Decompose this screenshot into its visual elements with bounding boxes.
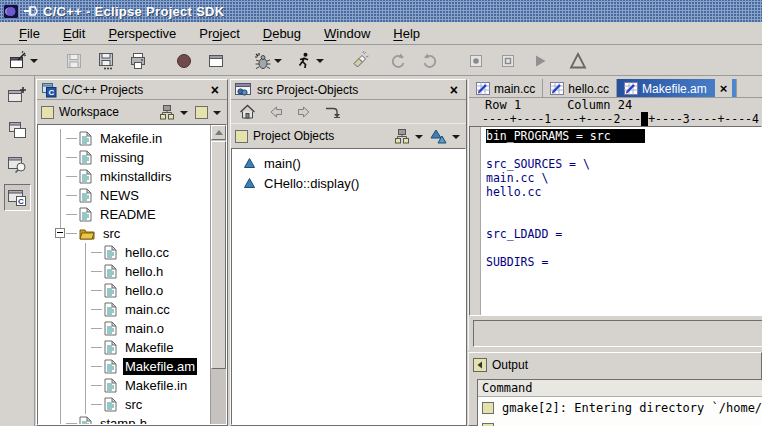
projects-close-icon[interactable]: × xyxy=(207,83,223,97)
tree-row[interactable]: hello.h xyxy=(38,262,210,281)
code-line[interactable] xyxy=(486,241,761,255)
output-panel-titlebar[interactable]: Output xyxy=(469,353,761,377)
command-column-header[interactable]: Command xyxy=(478,380,762,397)
tree-row[interactable]: hello.o xyxy=(38,281,210,300)
resume-button[interactable] xyxy=(528,49,552,73)
output-row[interactable]: gmake[2]: Entering directory `/home/ey xyxy=(478,397,762,418)
object-row[interactable]: main() xyxy=(232,153,465,173)
objects-panel-titlebar[interactable]: src Project-Objects × xyxy=(231,80,466,100)
refresh-button[interactable] xyxy=(386,49,410,73)
code-line[interactable]: SUBDIRS = xyxy=(486,255,761,269)
menu-item[interactable]: Help xyxy=(386,24,427,43)
tree-item-label: NEWS xyxy=(98,187,141,204)
objects-close-icon[interactable]: × xyxy=(446,83,462,97)
code-line[interactable] xyxy=(486,213,761,227)
tree-row[interactable]: mkinstalldirs xyxy=(38,167,210,186)
console-button[interactable] xyxy=(204,49,228,73)
tree-row[interactable]: src xyxy=(38,224,210,243)
code-line[interactable] xyxy=(486,199,761,213)
editor-tab[interactable]: Makefile.am × xyxy=(617,79,737,97)
run-dropdown-icon[interactable] xyxy=(316,59,324,67)
tree-row[interactable]: main.o xyxy=(38,319,210,338)
code-line[interactable]: src_LDADD = xyxy=(486,227,761,241)
menu-item[interactable]: File xyxy=(12,24,47,43)
project-tree[interactable]: Makefile.in missing mkinstalldirs NEWS R… xyxy=(38,125,210,424)
tree-row[interactable]: Makefile xyxy=(38,338,210,357)
scroll-thumb[interactable] xyxy=(211,141,226,369)
terminate-button[interactable] xyxy=(496,49,520,73)
menu-item[interactable]: Debug xyxy=(256,24,308,43)
code-line[interactable]: src_SOURCES = \ xyxy=(486,157,761,171)
tree-row[interactable]: missing xyxy=(38,148,210,167)
new-wizard-button[interactable] xyxy=(6,49,30,73)
save-as-button[interactable] xyxy=(94,49,118,73)
scroll-up-icon[interactable] xyxy=(211,125,226,140)
run-button[interactable] xyxy=(292,49,316,73)
tree-row[interactable]: hello.cc xyxy=(38,243,210,262)
forward-icon[interactable] xyxy=(296,105,312,119)
projects-panel-title: C/C++ Projects xyxy=(62,83,202,97)
pin-icon[interactable] xyxy=(24,5,38,17)
tree-row[interactable]: Makefile.in xyxy=(38,129,210,148)
tree-row[interactable]: Makefile.in xyxy=(38,376,210,395)
editor-content[interactable]: bin_PROGRAMS = srcsrc_SOURCES = \main.cc… xyxy=(482,129,761,315)
menu-item[interactable]: Perspective xyxy=(101,24,183,43)
tab-close-icon[interactable]: × xyxy=(715,79,733,97)
new-wizard-dropdown-icon[interactable] xyxy=(30,59,38,67)
output-panel: Output Command gmake[2]: Entering direct… xyxy=(468,352,762,426)
objects-layout-dropdown-icon[interactable] xyxy=(415,135,423,143)
app-icon[interactable] xyxy=(3,4,19,19)
folder-open-icon xyxy=(79,227,95,240)
menu-item[interactable]: Window xyxy=(317,24,377,43)
open-perspective-button[interactable] xyxy=(4,82,31,109)
menu-item[interactable]: Project xyxy=(192,24,246,43)
objects-layout-icon[interactable] xyxy=(394,129,410,144)
code-line[interactable]: hello.cc xyxy=(486,185,761,199)
sync-button[interactable] xyxy=(418,49,442,73)
objects-sort-dropdown-icon[interactable] xyxy=(452,135,460,143)
menu-item[interactable]: Edit xyxy=(56,24,92,43)
editor-tab[interactable]: hello.cc xyxy=(543,79,617,97)
tree-row[interactable]: README xyxy=(38,205,210,224)
home-icon[interactable] xyxy=(239,104,256,119)
tree-expander-icon[interactable] xyxy=(55,228,65,238)
object-row[interactable]: CHello::display() xyxy=(232,173,465,193)
tree-row[interactable]: src xyxy=(38,395,210,414)
filter-icon[interactable] xyxy=(195,106,208,119)
project-objects-icon xyxy=(235,82,252,97)
debug-button[interactable] xyxy=(250,49,274,73)
print-button[interactable] xyxy=(126,49,150,73)
record-button[interactable] xyxy=(172,49,196,73)
code-line[interactable]: bin_PROGRAMS = src xyxy=(486,129,761,143)
editor-tab[interactable]: main.cc xyxy=(469,79,543,97)
output-row[interactable] xyxy=(478,418,762,426)
code-line[interactable]: main.cc \ xyxy=(486,171,761,185)
resource-perspective-button[interactable] xyxy=(4,116,31,143)
tree-row[interactable]: stamp-h xyxy=(38,414,210,424)
tree-item-label: missing xyxy=(98,149,146,166)
tree-scrollbar[interactable] xyxy=(210,125,226,424)
search-perspective-button[interactable] xyxy=(4,150,31,177)
code-line[interactable] xyxy=(486,143,761,157)
back-icon[interactable] xyxy=(268,105,284,119)
tree-row[interactable]: Makefile.am xyxy=(38,357,210,376)
objects-sort-icon[interactable] xyxy=(430,129,447,144)
save-button[interactable] xyxy=(62,49,86,73)
stop-button[interactable] xyxy=(464,49,488,73)
tree-row[interactable]: main.cc xyxy=(38,300,210,319)
tree-item-label: src xyxy=(101,225,122,242)
filter-dropdown-icon[interactable] xyxy=(213,111,221,119)
layout-dropdown-icon[interactable] xyxy=(180,111,188,119)
tree-row[interactable]: NEWS xyxy=(38,186,210,205)
objects-list[interactable]: main() CHello::display() xyxy=(231,148,466,425)
file-icon xyxy=(104,359,117,374)
delta-button[interactable] xyxy=(566,49,590,73)
go-into-icon[interactable] xyxy=(324,105,341,119)
layout-hierarchy-icon[interactable] xyxy=(159,105,175,120)
editor-body[interactable]: bin_PROGRAMS = srcsrc_SOURCES = \main.cc… xyxy=(469,126,762,316)
search-button[interactable] xyxy=(348,49,372,73)
window-titlebar[interactable]: C/C++ - Eclipse Project SDK xyxy=(0,0,762,22)
debug-dropdown-icon[interactable] xyxy=(274,59,282,67)
c-cpp-perspective-button[interactable]: C xyxy=(4,184,31,211)
projects-panel-titlebar[interactable]: C C/C++ Projects × xyxy=(37,80,227,100)
